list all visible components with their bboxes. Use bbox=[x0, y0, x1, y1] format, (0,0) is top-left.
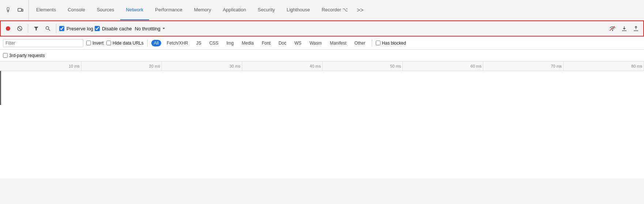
filter-bar: Invert Hide data URLs All Fetch/XHR JS C… bbox=[0, 37, 644, 50]
export-har-button[interactable] bbox=[631, 23, 641, 34]
svg-marker-8 bbox=[34, 27, 38, 30]
timeline-area: 10 ms 20 ms 30 ms 40 ms 50 ms 60 ms 70 m… bbox=[0, 61, 644, 105]
tick-80ms: 80 ms bbox=[564, 61, 644, 71]
disable-cache-checkbox[interactable] bbox=[95, 26, 100, 31]
has-blocked-checkbox[interactable] bbox=[376, 41, 380, 45]
preserve-log-label[interactable]: Preserve log bbox=[59, 26, 93, 31]
devtools-icons bbox=[1, 0, 29, 20]
preserve-log-checkbox[interactable] bbox=[59, 26, 64, 31]
tick-40ms: 40 ms bbox=[242, 61, 323, 71]
toolbar-right bbox=[607, 23, 641, 34]
filter-separator bbox=[147, 39, 148, 47]
tab-bar: Elements Console Sources Network Perform… bbox=[0, 0, 644, 20]
filter-type-ws[interactable]: WS bbox=[292, 40, 304, 46]
filter-type-doc[interactable]: Doc bbox=[276, 40, 289, 46]
separator-2 bbox=[56, 24, 56, 33]
tab-security[interactable]: Security bbox=[252, 0, 281, 20]
svg-marker-17 bbox=[634, 26, 637, 27]
svg-rect-3 bbox=[18, 8, 22, 11]
empty-panel bbox=[0, 105, 644, 178]
third-party-label[interactable]: 3rd-party requests bbox=[3, 53, 45, 58]
timeline-ruler: 10 ms 20 ms 30 ms 40 ms 50 ms 60 ms 70 m… bbox=[0, 61, 644, 71]
filter-type-all[interactable]: All bbox=[151, 40, 161, 46]
svg-line-10 bbox=[49, 29, 50, 31]
filter-separator-2 bbox=[372, 39, 372, 47]
clear-button[interactable] bbox=[15, 23, 25, 34]
tab-memory[interactable]: Memory bbox=[188, 0, 217, 20]
record-button[interactable] bbox=[3, 23, 13, 34]
invert-checkbox[interactable] bbox=[86, 41, 91, 45]
separator-1 bbox=[28, 24, 28, 33]
svg-point-5 bbox=[6, 26, 10, 31]
svg-marker-14 bbox=[623, 28, 626, 30]
filter-button[interactable] bbox=[31, 23, 41, 34]
svg-point-9 bbox=[46, 27, 49, 30]
filter-type-media[interactable]: Media bbox=[239, 40, 256, 46]
search-button[interactable] bbox=[43, 23, 53, 34]
timeline-content bbox=[0, 71, 644, 105]
filter-type-other[interactable]: Other bbox=[352, 40, 368, 46]
tab-elements[interactable]: Elements bbox=[30, 0, 62, 20]
tab-overflow-button[interactable]: >> bbox=[354, 0, 367, 20]
tab-recorder[interactable]: Recorder ⌥ bbox=[316, 0, 354, 20]
disable-cache-label[interactable]: Disable cache bbox=[95, 26, 132, 31]
network-conditions-button[interactable] bbox=[607, 23, 618, 34]
tick-20ms: 20 ms bbox=[82, 61, 162, 71]
device-toolbar-icon[interactable] bbox=[15, 5, 26, 15]
hide-data-urls-checkbox[interactable] bbox=[106, 41, 111, 45]
svg-line-7 bbox=[18, 27, 21, 30]
tick-60ms: 60 ms bbox=[403, 61, 483, 71]
network-toolbar: Preserve log Disable cache No throttling bbox=[0, 20, 644, 37]
import-har-button[interactable] bbox=[619, 23, 629, 34]
tab-network[interactable]: Network bbox=[120, 0, 149, 20]
third-party-checkbox[interactable] bbox=[3, 53, 8, 58]
filter-type-css[interactable]: CSS bbox=[207, 40, 221, 46]
filter-type-fetch-xhr[interactable]: Fetch/XHR bbox=[164, 40, 191, 46]
tab-console[interactable]: Console bbox=[62, 0, 91, 20]
tab-sources[interactable]: Sources bbox=[91, 0, 120, 20]
filter-type-font[interactable]: Font bbox=[259, 40, 273, 46]
filter-input[interactable] bbox=[3, 39, 83, 47]
tab-performance[interactable]: Performance bbox=[149, 0, 188, 20]
svg-marker-11 bbox=[163, 28, 165, 29]
tick-70ms: 70 ms bbox=[483, 61, 564, 71]
filter-type-manifest[interactable]: Manifest bbox=[327, 40, 349, 46]
invert-label[interactable]: Invert bbox=[86, 41, 103, 46]
hide-data-urls-label[interactable]: Hide data URLs bbox=[106, 41, 144, 46]
svg-rect-0 bbox=[7, 8, 9, 10]
inspect-element-icon[interactable] bbox=[4, 5, 15, 15]
filter-type-img[interactable]: Img bbox=[224, 40, 236, 46]
svg-rect-4 bbox=[22, 9, 23, 11]
tick-50ms: 50 ms bbox=[323, 61, 403, 71]
filter-type-wasm[interactable]: Wasm bbox=[307, 40, 325, 46]
tab-lighthouse[interactable]: Lighthouse bbox=[281, 0, 316, 20]
filter-type-js[interactable]: JS bbox=[194, 40, 204, 46]
tick-10ms: 10 ms bbox=[1, 61, 82, 71]
throttle-selector[interactable]: No throttling bbox=[133, 25, 167, 32]
tick-30ms: 30 ms bbox=[162, 61, 242, 71]
third-party-row: 3rd-party requests bbox=[0, 50, 644, 61]
tab-application[interactable]: Application bbox=[217, 0, 252, 20]
has-blocked-label[interactable]: Has blocked bbox=[376, 41, 406, 46]
